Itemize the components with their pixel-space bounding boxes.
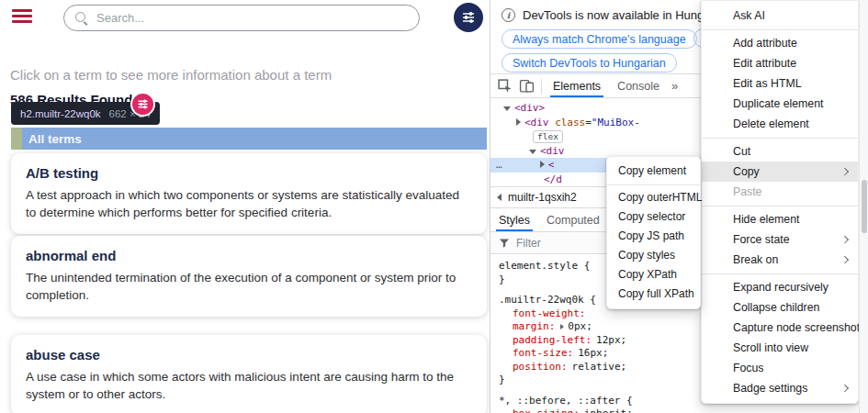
menu-item[interactable] <box>702 138 858 139</box>
breadcrumb-item[interactable]: muiltr-1qsxih2 <box>508 191 577 204</box>
collapse-arrow-icon[interactable] <box>529 150 536 154</box>
term-card[interactable]: abnormal end The unintended termination … <box>11 236 487 317</box>
menu-item-label: Copy styles <box>618 249 675 262</box>
menu-item[interactable]: Copy <box>702 162 858 182</box>
expand-arrow-icon <box>560 324 564 329</box>
inspect-element-icon[interactable] <box>497 78 513 94</box>
search-icon <box>75 12 88 25</box>
search-input[interactable]: Search... <box>63 5 420 31</box>
menu-item-label: Scroll into view <box>733 341 808 354</box>
styles-tab[interactable]: Computed <box>538 208 608 231</box>
menu-item[interactable]: Scroll into view <box>702 338 858 358</box>
term-card[interactable]: abuse case A use case in which some acto… <box>11 335 487 413</box>
instruction-text: Click on a term to see more information … <box>10 67 332 83</box>
term-card[interactable]: A/B testing A test approach in which two… <box>11 153 487 234</box>
filter-button[interactable] <box>454 3 483 32</box>
menu-item[interactable]: Delete element <box>702 114 858 134</box>
floating-filter-button[interactable] <box>130 92 155 117</box>
divider <box>541 79 542 94</box>
menu-item[interactable]: Copy element <box>607 162 700 181</box>
css-declaration[interactable]: box-sizing:inherit; <box>499 407 868 413</box>
menu-item[interactable]: Edit as HTML <box>702 73 858 94</box>
menu-item[interactable]: Hide element <box>702 209 858 229</box>
menu-item[interactable]: Cut <box>702 141 858 162</box>
filter-sliders-icon <box>137 98 149 110</box>
language-button[interactable]: Always match Chrome's language <box>502 29 697 49</box>
menu-item[interactable]: Edit attribute <box>702 53 858 73</box>
term-title: abuse case <box>26 347 472 363</box>
styles-tab[interactable]: Styles <box>490 208 538 231</box>
expand-arrow-icon[interactable] <box>516 118 521 126</box>
term-title: abnormal end <box>26 248 472 263</box>
breadcrumb-scroll-icon[interactable] <box>497 194 502 201</box>
menu-item-label: Copy XPath <box>618 268 677 281</box>
menu-item[interactable]: Copy XPath <box>607 265 700 285</box>
menu-item[interactable]: Copy selector <box>607 207 700 227</box>
menu-item[interactable]: Copy outerHTML <box>607 188 700 207</box>
menu-item-label: Capture node screenshot <box>733 321 860 334</box>
menu-item-label: Copy outerHTML <box>618 191 702 204</box>
devtools-tab[interactable]: Console <box>609 74 668 97</box>
menu-item[interactable]: Copy full XPath <box>607 285 700 304</box>
menu-item[interactable]: Add attribute <box>702 33 858 53</box>
more-actions-icon[interactable]: … <box>496 159 503 171</box>
menu-item-label: Badge settings <box>733 382 807 395</box>
menu-item-label: Break on <box>733 253 778 266</box>
menu-item-label: Duplicate element <box>733 97 823 110</box>
device-toolbar-icon[interactable] <box>519 78 535 94</box>
hamburger-bar <box>12 15 32 17</box>
menu-item-label: Focus <box>733 362 764 374</box>
menu-item[interactable] <box>607 184 700 185</box>
menu-item-label: Copy JS path <box>618 229 684 242</box>
menu-item-label: Paste <box>733 185 761 198</box>
menu-item[interactable]: Break on <box>702 250 858 270</box>
banner-message: DevTools is now available in Hunga <box>523 8 711 22</box>
menu-item-label: Edit as HTML <box>733 77 801 90</box>
section-header-highlight: All terms <box>11 128 487 150</box>
context-menu: Ask AI Add attribute Edit attribute Edit… <box>701 0 859 404</box>
menu-item[interactable] <box>702 29 858 30</box>
scrollbar-thumb[interactable] <box>862 180 867 233</box>
hamburger-bar <box>12 9 32 12</box>
menu-item[interactable]: Collapse children <box>702 297 858 318</box>
menu-item[interactable] <box>702 206 858 206</box>
language-button[interactable]: Switch DevTools to Hungarian <box>502 53 677 73</box>
submenu-arrow-icon <box>840 256 848 263</box>
filter-sliders-icon <box>461 10 476 25</box>
menu-item[interactable]: Badge settings <box>702 378 858 398</box>
hamburger-bar <box>12 20 32 23</box>
term-description: A test approach in which two components … <box>26 186 472 221</box>
menu-item[interactable]: Duplicate element <box>702 94 858 114</box>
menu-item[interactable]: Focus <box>702 358 858 378</box>
flex-badge[interactable]: flex <box>533 130 563 143</box>
menu-item[interactable] <box>702 273 858 274</box>
menu-item[interactable]: Expand recursively <box>702 277 858 297</box>
term-description: A use case in which some actors with mal… <box>26 368 472 403</box>
menu-item-label: Ask AI <box>733 9 765 22</box>
menu-item[interactable]: Force state <box>702 229 858 250</box>
term-description: The unintended termination of the execut… <box>26 269 472 304</box>
submenu-arrow-icon <box>840 385 848 392</box>
copy-submenu: Copy element Copy outerHTML Copy selecto… <box>606 156 701 309</box>
more-tabs-icon[interactable] <box>668 79 682 93</box>
collapse-arrow-icon[interactable] <box>503 106 511 111</box>
hamburger-menu-button[interactable] <box>12 9 32 23</box>
padding-highlight <box>11 128 22 150</box>
filter-input[interactable]: Filter <box>516 237 541 250</box>
devtools-tab[interactable]: Elements <box>545 74 609 97</box>
menu-item-label: Cut <box>733 145 750 158</box>
menu-item[interactable]: Ask AI <box>702 6 858 26</box>
menu-item-label: Hide element <box>733 213 799 226</box>
menu-item-label: Delete element <box>733 117 809 130</box>
section-title: All terms <box>22 132 82 146</box>
menu-item-label: Collapse children <box>733 301 819 314</box>
menu-item-label: Add attribute <box>733 37 797 50</box>
info-icon <box>502 8 515 22</box>
menu-item[interactable]: Copy JS path <box>607 227 700 246</box>
menu-item[interactable]: Paste <box>702 182 858 202</box>
menu-item[interactable]: Capture node screenshot <box>702 318 858 338</box>
search-placeholder: Search... <box>96 11 144 25</box>
menu-item[interactable]: Copy styles <box>607 246 700 265</box>
expand-arrow-icon[interactable] <box>540 161 545 168</box>
scrollbar[interactable] <box>859 0 868 413</box>
